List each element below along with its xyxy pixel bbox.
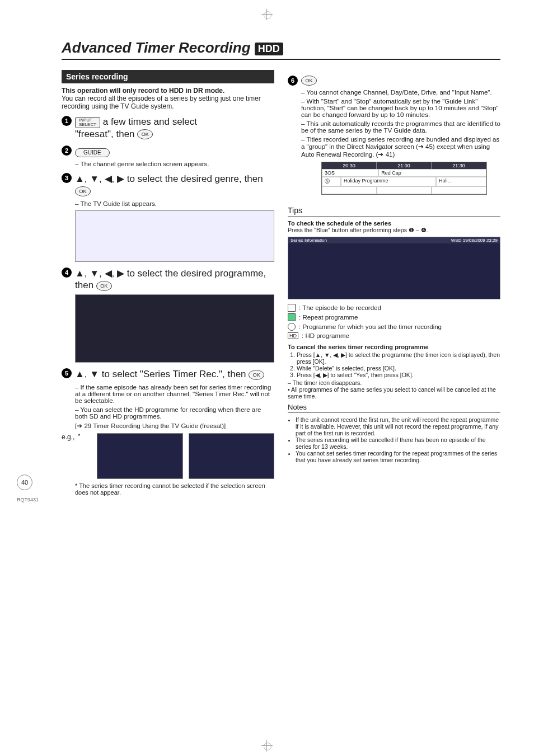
- cancel-subheading: To cancel the series timer recording pro…: [288, 344, 500, 350]
- step-3-text: to select the desired genre, then: [127, 173, 263, 184]
- step-6-note-1: – You cannot change Channel, Day/Date, D…: [301, 89, 500, 96]
- step-5-note-3: [➔ 29 Timer Recording Using the TV Guide…: [75, 422, 274, 430]
- note-3: You cannot set series timer recording fo…: [296, 450, 500, 463]
- cancel-note-1: – The timer icon disappears.: [288, 379, 500, 386]
- legend-clock-icon: [288, 323, 296, 331]
- tips-range: ❶ – ❹.: [409, 227, 428, 233]
- notes-heading: Notes: [288, 403, 500, 411]
- page-title: Advanced Timer Recording: [62, 39, 251, 56]
- legend-1: : The episode to be recorded: [299, 304, 381, 311]
- doc-code: RQT9431: [17, 497, 39, 503]
- arrow-icons: ▲, ▼, ◀, ▶: [75, 173, 127, 184]
- legend-white-swatch: [288, 304, 296, 312]
- ok-button[interactable]: OK: [301, 76, 317, 86]
- step-2-note: – The channel genre selection screen app…: [75, 161, 274, 167]
- step-6-icon: 6: [288, 76, 298, 86]
- legend-3: : Programme for which you set the timer …: [299, 323, 442, 330]
- step-6-note-2: – With "Start" and "Stop" automatically …: [301, 98, 500, 118]
- cancel-step-1: Press [▲, ▼, ◀, ▶] to select the program…: [297, 351, 500, 365]
- step-6-note-3: – This unit automatically records the pr…: [301, 120, 500, 134]
- arrow-icons: ▲, ▼, ◀, ▶: [75, 268, 127, 279]
- timer-recording-illustration: [189, 433, 274, 479]
- intro-text: You can record all the episodes of a ser…: [62, 95, 261, 110]
- step-5-note-1: – If the same episode has already been s…: [75, 384, 274, 404]
- step-4-icon: 4: [62, 267, 72, 278]
- step-3-icon: 3: [62, 173, 72, 183]
- divider: [288, 412, 500, 413]
- step-5-text: to select "Series Timer Rec.", then: [102, 369, 246, 379]
- eg-label: e.g.,: [62, 433, 74, 441]
- section-header: Series recording: [62, 70, 274, 83]
- note-1: If the unit cannot record the first run,…: [296, 416, 500, 436]
- tips-heading: Tips: [288, 206, 500, 215]
- legend-4: : HD programme: [302, 332, 349, 339]
- note-2: The series recording will be cancelled i…: [296, 436, 500, 450]
- intro-bold: This operation will only record to HDD i…: [62, 87, 224, 95]
- page-number: 40: [17, 475, 32, 490]
- tips-line: Press the "Blue" button after performing…: [288, 227, 407, 233]
- divider: [288, 216, 500, 217]
- ok-button[interactable]: OK: [137, 129, 153, 139]
- step-2-icon: 2: [62, 145, 72, 156]
- step-3-note: – The TV Guide list appears.: [75, 200, 274, 207]
- input-select-button[interactable]: INPUT SELECT: [75, 117, 100, 128]
- tips-subheading: To check the schedule of the series: [288, 220, 500, 227]
- step-1-icon: 1: [62, 116, 72, 126]
- arrow-icons: ▲, ▼: [75, 369, 102, 379]
- ok-button[interactable]: OK: [96, 281, 112, 291]
- step-1-text-b: "freesat", then: [75, 129, 135, 139]
- cancel-step-3: Press [◀, ▶] to select "Yes", then press…: [297, 372, 500, 378]
- tv-guide-list-illustration: [75, 210, 274, 262]
- selection-screen-illustration: [97, 433, 182, 479]
- step-5-icon: 5: [62, 368, 72, 378]
- programme-grid-illustration: 20:30 21:00 21:30 3OS Red Cap Ⓢ Holiday …: [321, 162, 487, 195]
- cancel-note-2: • All programmes of the same series you …: [288, 386, 500, 400]
- ok-button[interactable]: OK: [75, 186, 91, 196]
- footnote: * The series timer recording cannot be s…: [75, 482, 274, 496]
- title-rule: [62, 59, 500, 60]
- tv-guide-programme-illustration: [75, 294, 274, 363]
- hdd-badge: HDD: [255, 43, 283, 55]
- series-information-illustration: Series Information WED 19/08/2009 23:29: [288, 237, 500, 299]
- step-1-text-a: a few times and select: [103, 116, 197, 127]
- guide-button[interactable]: GUIDE: [75, 148, 110, 158]
- legend-2: : Repeat programme: [299, 314, 358, 321]
- ok-button[interactable]: OK: [249, 370, 264, 380]
- cancel-step-2: While "Delete" is selected, press [OK].: [297, 365, 500, 372]
- step-5-note-2: – You can select the HD programme for re…: [75, 406, 274, 420]
- legend-green-swatch: [288, 313, 296, 321]
- step-6-note-4: – Titles recorded using series recording…: [301, 136, 500, 158]
- legend-hd-badge: HD: [288, 332, 298, 339]
